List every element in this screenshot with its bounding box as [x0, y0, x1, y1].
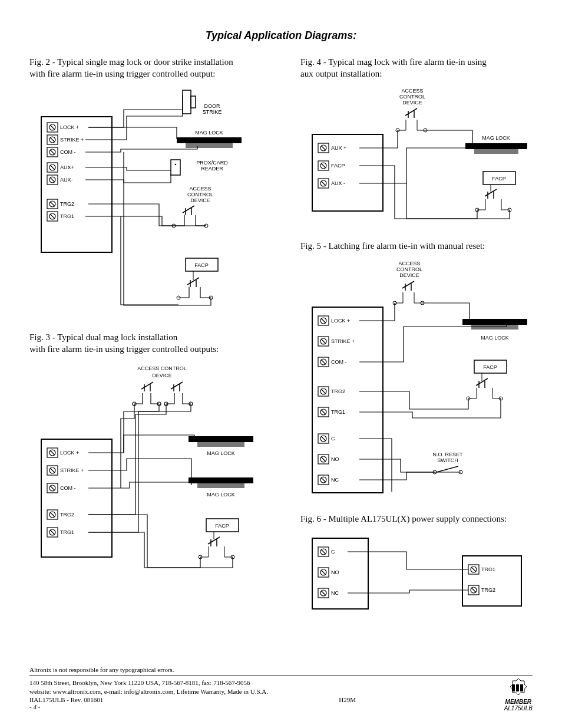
svg-rect-144: [471, 325, 518, 330]
fig5-caption: Fig. 5 - Latching fire alarm tie-in with…: [300, 241, 536, 252]
svg-text:ACCESS: ACCESS: [401, 88, 423, 94]
svg-rect-168: [462, 556, 521, 606]
acd-icon: ACCESS CONTROL DEVICE: [172, 186, 213, 228]
fig3-caption-l1: Fig. 3 - Typical dual mag lock installat…: [29, 332, 177, 342]
svg-rect-74: [197, 483, 244, 488]
f2-t5: TRG2: [60, 201, 74, 207]
svg-text:LOCK +: LOCK +: [60, 450, 79, 456]
fig3-diagram: ACCESS CONTROL DEVICE LOCK + STRIKE: [29, 360, 265, 584]
svg-text:ACCESS: ACCESS: [189, 186, 211, 192]
footer-page-number: - 4 -: [29, 703, 533, 710]
fig4-diagram: ACCESS CONTROL DEVICE AUX + FACP AUX - M…: [300, 84, 536, 232]
fig6-diagram: C NO NC TRG1 TRG2: [300, 529, 536, 618]
two-column-layout: Fig. 2 - Typical single mag lock or door…: [29, 57, 533, 655]
svg-text:FACP: FACP: [483, 364, 497, 370]
svg-text:C: C: [331, 436, 335, 442]
svg-text:FACP: FACP: [492, 176, 506, 182]
svg-text:DEVICE: DEVICE: [399, 272, 419, 278]
svg-text:NC: NC: [331, 477, 339, 483]
svg-text:MAG LOCK: MAG LOCK: [195, 130, 223, 136]
svg-line-154: [437, 466, 458, 472]
f2-t1: STRIKE +: [60, 137, 84, 143]
door-strike-icon: DOOR STRIKE: [183, 90, 222, 115]
member-label: MEMBER: [504, 699, 533, 705]
svg-text:TRG2: TRG2: [60, 512, 74, 518]
fig5-diagram: ACCESS CONTROL DEVICE LOCK + STRIKE + CO…: [300, 257, 536, 505]
f2-t0: LOCK +: [60, 124, 79, 130]
svg-text:TRG2: TRG2: [481, 587, 495, 593]
svg-text:AUX +: AUX +: [331, 145, 346, 151]
svg-text:DEVICE: DEVICE: [190, 197, 210, 203]
fig6-caption: Fig. 6 - Multiple AL175UL(X) power suppl…: [300, 513, 536, 525]
svg-text:DEVICE: DEVICE: [152, 373, 172, 378]
svg-rect-177: [512, 684, 515, 691]
svg-text:FACP: FACP: [215, 523, 229, 529]
svg-text:NO: NO: [331, 569, 339, 575]
page-title: Typical Application Diagrams:: [29, 29, 533, 42]
svg-rect-110: [312, 307, 383, 493]
footer-code: H29M: [339, 696, 356, 703]
svg-text:AUX -: AUX -: [331, 180, 345, 186]
svg-text:MAG LOCK: MAG LOCK: [482, 135, 510, 141]
svg-text:NO: NO: [331, 456, 339, 462]
fig4-caption: Fig. 4 - Typical mag lock with fire alar…: [300, 57, 536, 80]
svg-text:STRIKE +: STRIKE +: [331, 338, 355, 344]
svg-text:STRIKE: STRIKE: [203, 109, 222, 115]
svg-rect-143: [462, 319, 527, 325]
svg-text:DEVICE: DEVICE: [402, 100, 422, 106]
svg-text:TRG1: TRG1: [60, 529, 74, 535]
sia-badge-icon: [506, 677, 531, 697]
fig2-caption-l1: Fig. 2 - Typical single mag lock or door…: [29, 57, 233, 67]
fig2-diagram: LOCK + STRIKE + COM - AUX+ AUX- TRG2 TRG…: [29, 84, 265, 320]
svg-text:TRG1: TRG1: [481, 566, 495, 572]
member-logo: MEMBER AL175ULB: [504, 677, 533, 711]
svg-rect-178: [516, 684, 519, 691]
footer-address: 140 58th Street, Brooklyn, New York 1122…: [29, 678, 533, 687]
svg-text:FACP: FACP: [194, 262, 209, 268]
svg-text:CONTROL: CONTROL: [396, 266, 422, 272]
svg-point-30: [175, 164, 177, 166]
svg-text:TRG2: TRG2: [331, 388, 345, 394]
svg-text:PROX/CARD: PROX/CARD: [196, 160, 228, 166]
svg-text:CONTROL: CONTROL: [399, 94, 425, 100]
svg-text:FACP: FACP: [331, 163, 345, 169]
svg-text:ACCESS CONTROL: ACCESS CONTROL: [137, 365, 187, 371]
svg-text:ACCESS: ACCESS: [398, 261, 420, 266]
svg-text:NC: NC: [331, 590, 339, 596]
svg-text:LOCK +: LOCK +: [331, 318, 350, 324]
svg-text:DOOR: DOOR: [204, 103, 221, 109]
facp-icon: FACP: [177, 258, 218, 299]
svg-rect-70: [189, 436, 253, 442]
model-label: AL175ULB: [504, 705, 533, 711]
svg-rect-71: [197, 442, 244, 447]
svg-text:MAG LOCK: MAG LOCK: [481, 335, 509, 341]
svg-text:COM -: COM -: [331, 359, 347, 365]
svg-rect-99: [474, 149, 518, 154]
fig2-caption: Fig. 2 - Typical single mag lock or door…: [29, 57, 265, 80]
fig3-caption: Fig. 3 - Typical dual mag lock installat…: [29, 332, 265, 355]
right-column: Fig. 4 - Typical mag lock with fire alar…: [300, 57, 536, 655]
svg-text:COM -: COM -: [60, 485, 76, 491]
f2-t6: TRG1: [60, 213, 74, 219]
svg-text:MAG LOCK: MAG LOCK: [207, 450, 235, 456]
f2-t2: COM -: [60, 149, 76, 155]
svg-text:C: C: [331, 549, 335, 555]
svg-rect-29: [171, 160, 180, 175]
page-footer: Altronix is not responsible for any typo…: [29, 666, 533, 710]
svg-rect-27: [186, 143, 233, 148]
svg-rect-73: [189, 477, 253, 483]
footer-web: website: www.altronix.com, e-mail: info@…: [29, 687, 533, 696]
mag-lock-icon: MAG LOCK: [177, 130, 242, 148]
svg-text:SWITCH: SWITCH: [437, 457, 458, 463]
svg-rect-22: [183, 90, 191, 114]
svg-rect-179: [520, 684, 523, 691]
footer-rev: IIAL175ULB - Rev. 081601: [29, 696, 103, 703]
svg-text:MAG LOCK: MAG LOCK: [207, 492, 235, 498]
f2-t4: AUX-: [60, 177, 73, 183]
svg-rect-23: [191, 96, 196, 108]
svg-text:TRG1: TRG1: [331, 409, 345, 415]
f2-t3: AUX+: [60, 164, 74, 170]
svg-text:STRIKE +: STRIKE +: [60, 467, 84, 473]
prox-reader-icon: PROX/CARD READER: [171, 160, 228, 175]
svg-text:READER: READER: [201, 166, 223, 172]
